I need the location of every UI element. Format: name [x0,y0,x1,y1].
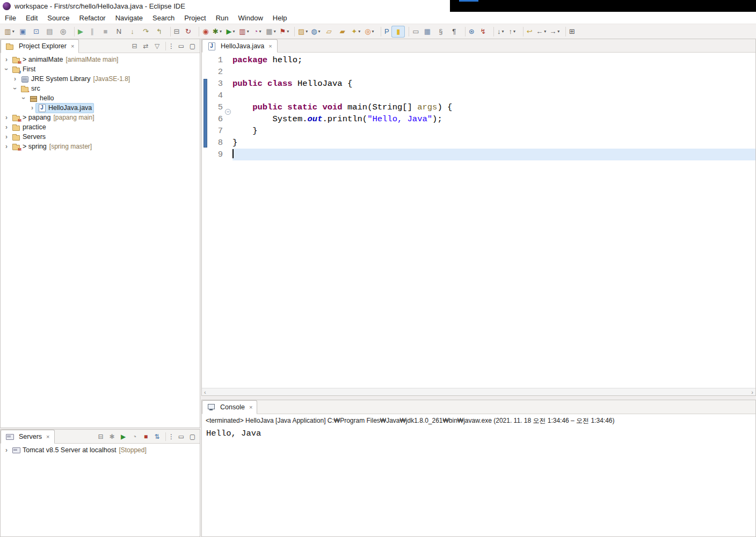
line-number[interactable]: 8 [209,137,224,149]
minimize-button[interactable]: ▭ [176,40,187,52]
menu-file[interactable]: File [0,12,21,24]
tree-item-hello-package[interactable]: hello [1,93,200,103]
close-icon[interactable]: × [268,43,272,49]
menu-search[interactable]: Search [148,12,179,24]
dropdown-arrow-icon[interactable]: ▾ [318,30,320,34]
maximize-button[interactable]: ▢ [187,431,198,442]
debug-server-button[interactable]: ✱ [106,431,118,442]
dropdown-arrow-icon[interactable]: ▾ [557,30,559,34]
tab-project-explorer[interactable]: Project Explorer × [1,39,79,53]
suspend-button[interactable]: ∥ [85,26,99,38]
resume-button[interactable]: ▶ [72,26,85,38]
expand-chevron-icon[interactable] [11,75,19,83]
new-java-project-button[interactable]: ▨ ▾ [293,26,309,38]
save-button[interactable]: ▣ [16,26,30,38]
expand-chevron-icon[interactable] [3,446,10,454]
tree-item-first[interactable]: J First [1,64,200,74]
close-icon[interactable]: × [46,433,49,440]
menu-project[interactable]: Project [179,12,210,24]
step-over-button[interactable]: ↷ [139,26,152,38]
code-editor[interactable]: 1package hello;23public class HelloJava … [202,53,755,388]
relaunch-button[interactable]: N [112,26,126,38]
code-line-4[interactable]: 4 [202,90,755,101]
mark-occurrences-button[interactable]: ▮ [391,26,405,38]
collapse-all-button[interactable]: ⊟ [95,431,106,442]
expand-chevron-icon[interactable] [3,114,10,121]
maximize-button[interactable]: ▢ [187,40,198,52]
previous-annotation-button[interactable]: ↑ ▾ [505,26,519,38]
tree-item-body[interactable]: J First [10,65,37,74]
expand-chevron-icon[interactable] [20,94,27,102]
tree-item-src[interactable]: ▪ src [1,84,200,93]
tree-item-body[interactable]: Servers [10,133,47,142]
tree-item-papang[interactable]: M > papang [papang main] [1,113,200,122]
tab-hellojava-java[interactable]: J HelloJava.java × [202,39,278,53]
new-wizard-button[interactable]: ✦ ▾ [349,26,362,38]
forward-button[interactable]: → ▾ [548,26,561,38]
refresh-button[interactable]: ↻ [181,26,195,38]
tree-item-body[interactable]: M > animalMate [animalMate main] [10,55,120,64]
dropdown-arrow-icon[interactable]: ▾ [247,30,249,34]
tab-console[interactable]: Console × [202,400,257,414]
line-number[interactable]: 3 [209,78,224,90]
new-web-project-button[interactable]: ◍ ▾ [309,26,322,38]
jpa-button[interactable]: P [378,26,391,38]
profile-button[interactable]: ◔ ▾ [251,26,264,38]
coverage-button[interactable]: ▥ ▾ [237,26,251,38]
print-button[interactable]: ▤ [43,26,56,38]
open-console-button[interactable]: ⊟ [168,26,181,38]
menu-navigate[interactable]: Navigate [111,12,148,24]
step-return-button[interactable]: ↰ [152,26,166,38]
tree-item-spring[interactable]: M > spring [spring master] [1,142,200,151]
collapse-all-button[interactable]: ⊟ [129,40,140,52]
line-number[interactable]: 7 [209,125,224,137]
tree-item-body[interactable]: ▪ src [19,84,42,93]
expand-chevron-icon[interactable] [3,65,10,73]
view-menu-button[interactable]: ⋮ [164,40,176,52]
line-number[interactable]: 5 [209,101,224,113]
dropdown-arrow-icon[interactable]: ▾ [544,30,546,34]
expand-chevron-icon[interactable] [28,104,36,112]
tree-item-hellojava-java[interactable]: J HelloJava.java [1,103,200,113]
last-edit-location-button[interactable]: ↩ [521,26,534,38]
expand-chevron-icon[interactable] [3,143,10,150]
terminate-button[interactable]: ■ [99,26,112,38]
start-server-button[interactable]: ▶ [118,431,129,442]
view-menu-button[interactable]: ⋮ [164,431,176,442]
code-line-9[interactable]: 9 [202,149,755,160]
filters-button[interactable]: ▽ [151,40,163,52]
profile-server-button[interactable]: ◔ [129,431,140,442]
new-folder-button[interactable]: ▱ [322,26,336,38]
menu-source[interactable]: Source [42,12,74,24]
expand-chevron-icon[interactable] [3,133,10,141]
code-line-6[interactable]: 6 System.out.println("Hello, Java"); [202,113,755,125]
external-tools-button[interactable]: ▦ ▾ [264,26,278,38]
back-button[interactable]: ← ▾ [534,26,548,38]
next-annotation-button[interactable]: ↓ ▾ [492,26,505,38]
minimize-button[interactable]: ▭ [176,431,187,442]
dropdown-arrow-icon[interactable]: ▾ [287,30,289,34]
line-number[interactable]: 1 [209,54,224,66]
expand-chevron-icon[interactable] [11,85,19,92]
tree-item-body[interactable]: practice [10,123,48,132]
tree-item-servers-project[interactable]: Servers [1,132,200,142]
menu-help[interactable]: Help [268,12,292,24]
tree-item-practice[interactable]: practice [1,122,200,132]
scroll-left-arrow-icon[interactable]: ‹ [204,389,206,395]
tree-item-jre-system-library[interactable]: JRE System Library [JavaSE-1.8] [1,74,200,84]
tab-servers[interactable]: Servers × [1,430,55,444]
stop-server-button[interactable]: ■ [140,431,151,442]
web-browser-button[interactable]: ⊛ [463,26,476,38]
tree-item-animalmate[interactable]: M > animalMate [animalMate main] [1,55,200,64]
tree-item-body[interactable]: J HelloJava.java [36,104,93,113]
dropdown-arrow-icon[interactable]: ▾ [306,30,308,34]
launch-web-browser-button[interactable]: ◉ [197,26,210,38]
menu-run[interactable]: Run [211,12,234,24]
scroll-right-arrow-icon[interactable]: › [751,389,753,395]
expand-chevron-icon[interactable] [3,56,10,63]
link-with-editor-button[interactable]: ⇄ [140,40,151,52]
run-button[interactable]: ▶ ▾ [224,26,237,38]
dropdown-arrow-icon[interactable]: ▾ [358,30,360,34]
show-source-button[interactable]: § [434,26,447,38]
tree-item-body[interactable]: Tomcat v8.5 Server at localhost [Stopped… [10,446,148,455]
